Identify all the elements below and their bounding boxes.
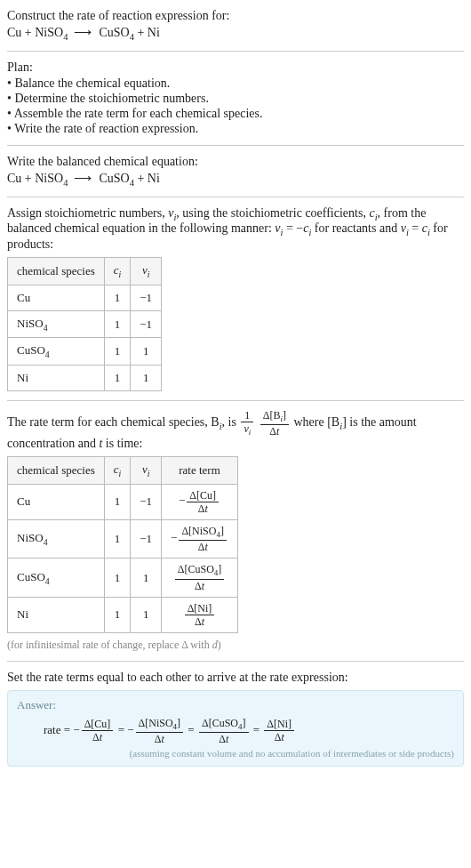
plan-list: • Balance the chemical equation. • Deter… <box>7 76 464 136</box>
cell-species: Ni <box>8 597 105 632</box>
col-ci: ci <box>104 457 131 485</box>
cell-rate: −Δ[NiSO4]Δt <box>162 519 238 558</box>
cell-vi: −1 <box>131 285 162 310</box>
table-row: NiSO4 1 −1 −Δ[NiSO4]Δt <box>8 519 238 558</box>
cell-vi: 1 <box>131 559 162 597</box>
answer-box: Answer: rate = −Δ[Cu]Δt = −Δ[NiSO4]Δt = … <box>7 690 464 767</box>
cell-species: CuSO4 <box>8 338 105 366</box>
cell-species: NiSO4 <box>8 519 105 558</box>
table-row: Cu 1 −1 <box>8 285 162 310</box>
rate-table: chemical species ci νi rate term Cu 1 −1… <box>7 456 238 632</box>
cell-vi: −1 <box>131 484 162 519</box>
plan-item: • Assemble the rate term for each chemic… <box>7 107 464 121</box>
answer-note: (assuming constant volume and no accumul… <box>17 748 454 759</box>
divider <box>7 197 464 197</box>
final-heading: Set the rate terms equal to each other t… <box>7 671 464 685</box>
cell-ci: 1 <box>104 310 131 338</box>
cell-rate: Δ[CuSO4]Δt <box>162 559 238 597</box>
cell-vi: 1 <box>131 338 162 366</box>
col-ci: ci <box>104 258 131 285</box>
cell-rate: −Δ[Cu]Δt <box>162 484 238 519</box>
cell-vi: −1 <box>131 519 162 558</box>
cell-ci: 1 <box>104 285 131 310</box>
divider <box>7 51 464 52</box>
plan-item: • Balance the chemical equation. <box>7 76 464 91</box>
cell-species: Ni <box>8 365 105 390</box>
cell-ci: 1 <box>104 338 131 366</box>
cell-species: NiSO4 <box>8 310 105 338</box>
answer-expression: rate = −Δ[Cu]Δt = −Δ[NiSO4]Δt = Δ[CuSO4]… <box>17 718 454 744</box>
answer-label: Answer: <box>17 698 454 712</box>
table-row: Ni 1 1 Δ[Ni]Δt <box>8 597 238 632</box>
prompt-equation: Cu + NiSO4 ⟶ CuSO4 + Ni <box>7 25 464 42</box>
col-species: chemical species <box>8 457 105 485</box>
divider <box>7 400 464 401</box>
table-row: Ni 1 1 <box>8 365 162 390</box>
plan-heading: Plan: <box>7 60 464 75</box>
plan-item: • Write the rate of reaction expression. <box>7 122 464 136</box>
cell-vi: 1 <box>131 597 162 632</box>
divider <box>7 145 464 146</box>
rate-note: (for infinitesimal rate of change, repla… <box>7 639 464 652</box>
table-header-row: chemical species ci νi rate term <box>8 457 238 485</box>
col-vi: νi <box>131 457 162 485</box>
cell-ci: 1 <box>104 365 131 390</box>
balanced-heading: Write the balanced chemical equation: <box>7 155 464 169</box>
plan-item: • Determine the stoichiometric numbers. <box>7 92 464 106</box>
stoich-intro: Assign stoichiometric numbers, νi, using… <box>7 206 464 253</box>
cell-ci: 1 <box>104 559 131 597</box>
cell-ci: 1 <box>104 484 131 519</box>
table-row: Cu 1 −1 −Δ[Cu]Δt <box>8 484 238 519</box>
table-row: CuSO4 1 1 <box>8 338 162 366</box>
col-vi: νi <box>131 258 162 285</box>
cell-ci: 1 <box>104 597 131 632</box>
col-rate: rate term <box>162 457 238 485</box>
cell-vi: 1 <box>131 365 162 390</box>
cell-ci: 1 <box>104 519 131 558</box>
divider <box>7 661 464 662</box>
cell-species: CuSO4 <box>8 559 105 597</box>
cell-rate: Δ[Ni]Δt <box>162 597 238 632</box>
balanced-equation: Cu + NiSO4 ⟶ CuSO4 + Ni <box>7 171 464 188</box>
cell-species: Cu <box>8 484 105 519</box>
table-row: CuSO4 1 1 Δ[CuSO4]Δt <box>8 559 238 597</box>
table-header-row: chemical species ci νi <box>8 258 162 285</box>
rate-intro: The rate term for each chemical species,… <box>7 410 464 451</box>
table-row: NiSO4 1 −1 <box>8 310 162 338</box>
prompt-intro: Construct the rate of reaction expressio… <box>7 9 464 23</box>
stoich-table: chemical species ci νi Cu 1 −1 NiSO4 1 −… <box>7 257 162 391</box>
col-species: chemical species <box>8 258 105 285</box>
cell-species: Cu <box>8 285 105 310</box>
cell-vi: −1 <box>131 310 162 338</box>
